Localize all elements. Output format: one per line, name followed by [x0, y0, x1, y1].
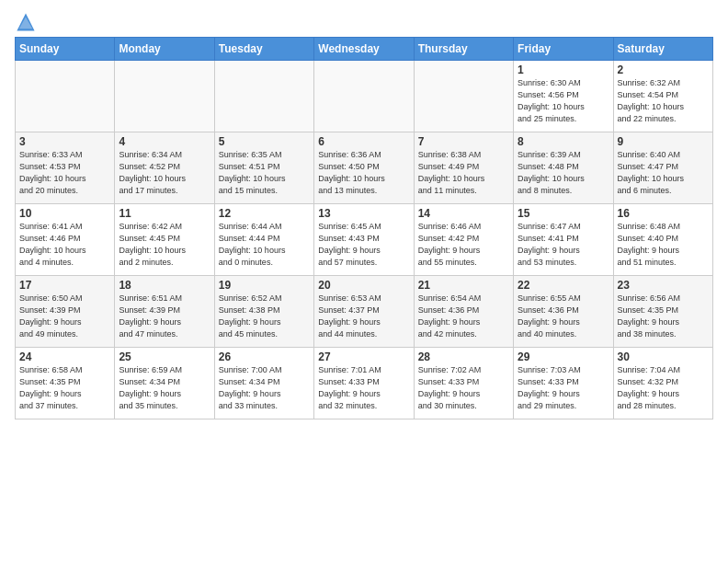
day-number: 24: [19, 350, 110, 363]
calendar-cell: 5Sunrise: 6:35 AM Sunset: 4:51 PM Daylig…: [214, 132, 313, 204]
calendar-day-header: Sunday: [16, 38, 115, 61]
day-number: 10: [19, 207, 110, 220]
day-info: Sunrise: 6:51 AM Sunset: 4:39 PM Dayligh…: [119, 293, 210, 340]
day-number: 19: [219, 279, 310, 292]
day-info: Sunrise: 6:46 AM Sunset: 4:42 PM Dayligh…: [418, 221, 509, 269]
day-info: Sunrise: 6:30 AM Sunset: 4:56 PM Dayligh…: [518, 77, 609, 125]
day-number: 2: [618, 63, 709, 76]
day-info: Sunrise: 6:54 AM Sunset: 4:36 PM Dayligh…: [418, 293, 509, 340]
day-number: 27: [318, 350, 409, 363]
day-number: 17: [19, 279, 110, 292]
calendar-cell: 19Sunrise: 6:52 AM Sunset: 4:38 PM Dayli…: [214, 276, 313, 348]
calendar-cell: 27Sunrise: 7:01 AM Sunset: 4:33 PM Dayli…: [314, 348, 414, 419]
day-info: Sunrise: 6:55 AM Sunset: 4:36 PM Dayligh…: [518, 293, 609, 340]
calendar-cell: 18Sunrise: 6:51 AM Sunset: 4:39 PM Dayli…: [115, 276, 214, 348]
day-info: Sunrise: 6:39 AM Sunset: 4:48 PM Dayligh…: [518, 149, 609, 197]
day-number: 14: [418, 207, 509, 220]
day-number: 7: [418, 135, 509, 148]
day-number: 25: [119, 350, 210, 363]
calendar-day-header: Tuesday: [214, 38, 313, 61]
calendar-cell: 15Sunrise: 6:47 AM Sunset: 4:41 PM Dayli…: [514, 204, 613, 276]
day-number: 9: [618, 135, 709, 148]
calendar-day-header: Monday: [115, 38, 214, 61]
day-info: Sunrise: 6:34 AM Sunset: 4:52 PM Dayligh…: [119, 149, 210, 197]
page-container: SundayMondayTuesdayWednesdayThursdayFrid…: [0, 0, 728, 427]
day-number: 5: [219, 135, 310, 148]
calendar-cell: 17Sunrise: 6:50 AM Sunset: 4:39 PM Dayli…: [16, 276, 115, 348]
calendar-cell: 4Sunrise: 6:34 AM Sunset: 4:52 PM Daylig…: [115, 132, 214, 204]
day-number: 18: [119, 279, 210, 292]
day-info: Sunrise: 6:42 AM Sunset: 4:45 PM Dayligh…: [119, 221, 210, 269]
day-info: Sunrise: 6:58 AM Sunset: 4:35 PM Dayligh…: [19, 364, 110, 412]
calendar-cell: 9Sunrise: 6:40 AM Sunset: 4:47 PM Daylig…: [613, 132, 712, 204]
day-number: 22: [518, 279, 609, 292]
day-info: Sunrise: 6:53 AM Sunset: 4:37 PM Dayligh…: [318, 293, 409, 340]
calendar-week-row: 1Sunrise: 6:30 AM Sunset: 4:56 PM Daylig…: [16, 61, 713, 132]
day-number: 16: [618, 207, 709, 220]
calendar-cell: 30Sunrise: 7:04 AM Sunset: 4:32 PM Dayli…: [613, 348, 712, 419]
day-info: Sunrise: 7:00 AM Sunset: 4:34 PM Dayligh…: [219, 364, 310, 412]
calendar-week-row: 10Sunrise: 6:41 AM Sunset: 4:46 PM Dayli…: [16, 204, 713, 276]
logo-icon: [15, 11, 37, 33]
calendar-cell: 10Sunrise: 6:41 AM Sunset: 4:46 PM Dayli…: [16, 204, 115, 276]
logo: [15, 11, 40, 33]
calendar-table: SundayMondayTuesdayWednesdayThursdayFrid…: [15, 37, 713, 419]
calendar-day-header: Thursday: [414, 38, 513, 61]
calendar-cell: 21Sunrise: 6:54 AM Sunset: 4:36 PM Dayli…: [414, 276, 513, 348]
day-info: Sunrise: 6:35 AM Sunset: 4:51 PM Dayligh…: [219, 149, 310, 197]
day-info: Sunrise: 6:33 AM Sunset: 4:53 PM Dayligh…: [19, 149, 110, 197]
calendar-cell: 23Sunrise: 6:56 AM Sunset: 4:35 PM Dayli…: [613, 276, 712, 348]
day-number: 30: [618, 350, 709, 363]
day-info: Sunrise: 6:59 AM Sunset: 4:34 PM Dayligh…: [119, 364, 210, 412]
day-info: Sunrise: 6:48 AM Sunset: 4:40 PM Dayligh…: [618, 221, 709, 269]
calendar-cell: 11Sunrise: 6:42 AM Sunset: 4:45 PM Dayli…: [115, 204, 214, 276]
day-info: Sunrise: 7:04 AM Sunset: 4:32 PM Dayligh…: [618, 364, 709, 412]
calendar-cell: [115, 61, 214, 132]
day-number: 6: [318, 135, 409, 148]
calendar-day-header: Saturday: [613, 38, 712, 61]
day-number: 13: [318, 207, 409, 220]
calendar-cell: 13Sunrise: 6:45 AM Sunset: 4:43 PM Dayli…: [314, 204, 414, 276]
day-number: 23: [618, 279, 709, 292]
day-number: 15: [518, 207, 609, 220]
calendar-cell: [314, 61, 414, 132]
calendar-cell: 25Sunrise: 6:59 AM Sunset: 4:34 PM Dayli…: [115, 348, 214, 419]
calendar-cell: 3Sunrise: 6:33 AM Sunset: 4:53 PM Daylig…: [16, 132, 115, 204]
calendar-day-header: Wednesday: [314, 38, 414, 61]
day-info: Sunrise: 6:45 AM Sunset: 4:43 PM Dayligh…: [318, 221, 409, 269]
calendar-cell: 26Sunrise: 7:00 AM Sunset: 4:34 PM Dayli…: [214, 348, 313, 419]
calendar-cell: 28Sunrise: 7:02 AM Sunset: 4:33 PM Dayli…: [414, 348, 513, 419]
day-info: Sunrise: 7:01 AM Sunset: 4:33 PM Dayligh…: [318, 364, 409, 412]
calendar-cell: 8Sunrise: 6:39 AM Sunset: 4:48 PM Daylig…: [514, 132, 613, 204]
day-info: Sunrise: 6:44 AM Sunset: 4:44 PM Dayligh…: [219, 221, 310, 269]
header: [15, 11, 713, 33]
day-info: Sunrise: 6:52 AM Sunset: 4:38 PM Dayligh…: [219, 293, 310, 340]
calendar-day-header: Friday: [514, 38, 613, 61]
calendar-week-row: 17Sunrise: 6:50 AM Sunset: 4:39 PM Dayli…: [16, 276, 713, 348]
day-info: Sunrise: 6:56 AM Sunset: 4:35 PM Dayligh…: [618, 293, 709, 340]
day-info: Sunrise: 6:40 AM Sunset: 4:47 PM Dayligh…: [618, 149, 709, 197]
calendar-cell: [214, 61, 313, 132]
calendar-cell: 29Sunrise: 7:03 AM Sunset: 4:33 PM Dayli…: [514, 348, 613, 419]
calendar-header-row: SundayMondayTuesdayWednesdayThursdayFrid…: [16, 38, 713, 61]
calendar-cell: 20Sunrise: 6:53 AM Sunset: 4:37 PM Dayli…: [314, 276, 414, 348]
day-number: 4: [119, 135, 210, 148]
day-number: 20: [318, 279, 409, 292]
day-number: 8: [518, 135, 609, 148]
day-info: Sunrise: 6:36 AM Sunset: 4:50 PM Dayligh…: [318, 149, 409, 197]
calendar-cell: [414, 61, 513, 132]
calendar-cell: 1Sunrise: 6:30 AM Sunset: 4:56 PM Daylig…: [514, 61, 613, 132]
calendar-cell: [16, 61, 115, 132]
day-info: Sunrise: 7:03 AM Sunset: 4:33 PM Dayligh…: [518, 364, 609, 412]
day-number: 21: [418, 279, 509, 292]
day-info: Sunrise: 6:41 AM Sunset: 4:46 PM Dayligh…: [19, 221, 110, 269]
calendar-cell: 24Sunrise: 6:58 AM Sunset: 4:35 PM Dayli…: [16, 348, 115, 419]
calendar-week-row: 24Sunrise: 6:58 AM Sunset: 4:35 PM Dayli…: [16, 348, 713, 419]
calendar-cell: 14Sunrise: 6:46 AM Sunset: 4:42 PM Dayli…: [414, 204, 513, 276]
day-number: 11: [119, 207, 210, 220]
day-info: Sunrise: 6:47 AM Sunset: 4:41 PM Dayligh…: [518, 221, 609, 269]
calendar-cell: 16Sunrise: 6:48 AM Sunset: 4:40 PM Dayli…: [613, 204, 712, 276]
calendar-cell: 2Sunrise: 6:32 AM Sunset: 4:54 PM Daylig…: [613, 61, 712, 132]
day-number: 29: [518, 350, 609, 363]
day-number: 1: [518, 63, 609, 76]
